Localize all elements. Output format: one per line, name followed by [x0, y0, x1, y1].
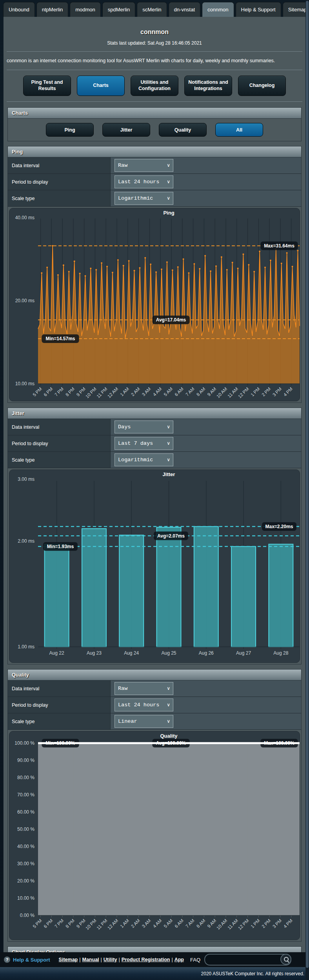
- ping-data-interval-select[interactable]: Raw∨: [115, 159, 173, 172]
- svg-text:3 AM: 3 AM: [141, 918, 152, 929]
- form-row: Scale type Linear∨: [8, 713, 301, 730]
- search-button[interactable]: [280, 954, 291, 965]
- tab-sitemap[interactable]: Sitemap: [283, 2, 309, 17]
- jitter-chart-panel: Jitter3.00 ms2.00 ms1.00 msMax=2.20msAvg…: [9, 469, 300, 663]
- tab-dn-vnstat[interactable]: dn-vnstat: [169, 2, 200, 17]
- svg-text:12 PM: 12 PM: [237, 918, 250, 931]
- ping-scale-select[interactable]: Logarithmic∨: [115, 192, 173, 205]
- tab-connmon[interactable]: connmon: [202, 2, 234, 17]
- footer-links: Sitemap|Manual|Utility|Product Registrat…: [59, 957, 184, 962]
- stats-updated-text: Stats last updated: Sat Aug 28 16:46:05 …: [4, 36, 305, 46]
- ping-chart[interactable]: Ping40.00 ms20.00 ms10.00 msMax=31.64msA…: [9, 208, 302, 399]
- svg-text:Avg=17.04ms: Avg=17.04ms: [156, 317, 186, 323]
- changelog-button[interactable]: Changelog: [238, 76, 286, 96]
- tab-scmerlin[interactable]: scMerlin: [137, 2, 167, 17]
- app-link[interactable]: App: [174, 957, 184, 962]
- jitter-period-select[interactable]: Last 7 days∨: [115, 437, 173, 450]
- tab-modmon[interactable]: modmon: [70, 2, 101, 17]
- chevron-down-icon: ∨: [167, 162, 170, 168]
- svg-text:5 AM: 5 AM: [163, 386, 173, 397]
- filter-quality-button[interactable]: Quality: [159, 123, 207, 137]
- svg-text:Aug 25: Aug 25: [161, 650, 176, 656]
- ping-test-results-button[interactable]: Ping Test and Results: [23, 76, 71, 96]
- ping-section: Ping Data interval Raw∨ Period to displa…: [7, 146, 302, 403]
- svg-text:40.00 ms: 40.00 ms: [15, 215, 35, 220]
- page-background: Unbound ntpMerlin modmon spdMerlin scMer…: [0, 0, 309, 980]
- divider: [7, 51, 302, 52]
- tab-ntpmerlin[interactable]: ntpMerlin: [36, 2, 68, 17]
- search-icon: [284, 957, 289, 962]
- filter-ping-button[interactable]: Ping: [46, 123, 94, 137]
- quality-chart-panel: Quality0.00 %10.00 %20.00 %30.00 %40.00 …: [9, 731, 300, 940]
- notifications-integrations-button[interactable]: Notifications and Integrations: [184, 76, 232, 96]
- ping-chart-panel: Ping40.00 ms20.00 ms10.00 msMax=31.64msA…: [9, 208, 300, 401]
- tab-unbound[interactable]: Unbound: [3, 2, 35, 17]
- utility-link[interactable]: Utility: [104, 957, 117, 962]
- filter-all-button[interactable]: All: [215, 123, 263, 137]
- svg-text:3.00 ms: 3.00 ms: [18, 476, 35, 482]
- svg-text:10 PM: 10 PM: [85, 918, 97, 931]
- form-row: Data interval Raw∨: [8, 680, 301, 697]
- charts-button[interactable]: Charts: [77, 76, 125, 96]
- jitter-data-interval-select[interactable]: Days∨: [115, 421, 173, 433]
- svg-text:Aug 23: Aug 23: [87, 650, 102, 656]
- svg-text:7 PM: 7 PM: [54, 918, 64, 929]
- svg-text:100.00 %: 100.00 %: [15, 740, 35, 746]
- svg-text:4 AM: 4 AM: [152, 918, 163, 929]
- quality-scale-select[interactable]: Linear∨: [115, 715, 173, 728]
- product-registration-link[interactable]: Product Registration: [122, 957, 170, 962]
- sitemap-link[interactable]: Sitemap: [59, 957, 78, 962]
- filter-jitter-button[interactable]: Jitter: [102, 123, 150, 137]
- jitter-period-label: Period to display: [8, 435, 111, 451]
- svg-text:3 PM: 3 PM: [272, 386, 282, 397]
- svg-text:80.00 %: 80.00 %: [17, 775, 35, 780]
- svg-text:2 PM: 2 PM: [261, 386, 271, 397]
- chart-filter-buttons: Ping Jitter Quality All: [8, 119, 301, 141]
- svg-text:4 PM: 4 PM: [283, 918, 293, 929]
- svg-text:20.00 ms: 20.00 ms: [15, 298, 35, 303]
- manual-link[interactable]: Manual: [82, 957, 99, 962]
- svg-text:2 PM: 2 PM: [261, 918, 271, 929]
- svg-text:0.00 %: 0.00 %: [20, 913, 35, 918]
- svg-text:7 AM: 7 AM: [185, 386, 195, 397]
- tab-help-support[interactable]: Help & Support: [236, 2, 281, 17]
- quality-chart[interactable]: Quality0.00 %10.00 %20.00 %30.00 %40.00 …: [9, 731, 302, 938]
- svg-text:Avg=2.07ms: Avg=2.07ms: [157, 533, 185, 539]
- faq-search-input[interactable]: [204, 954, 291, 966]
- charts-section: Charts Ping Jitter Quality All: [7, 107, 302, 141]
- ping-section-header: Ping: [8, 146, 301, 157]
- svg-text:Quality: Quality: [160, 733, 178, 739]
- svg-text:12 AM: 12 AM: [107, 386, 119, 399]
- scrollbar-thumb[interactable]: [306, 1, 309, 968]
- help-support-link[interactable]: Help & Support: [13, 957, 50, 963]
- form-row: Scale type Logarithmic∨: [8, 452, 301, 468]
- svg-text:60.00 %: 60.00 %: [17, 809, 35, 815]
- svg-text:Aug 22: Aug 22: [49, 650, 64, 656]
- faq-label: FAQ: [190, 957, 200, 963]
- connmon-page: connmon Stats last updated: Sat Aug 28 1…: [3, 17, 306, 980]
- svg-text:10.00 %: 10.00 %: [17, 895, 35, 901]
- svg-text:10.00 ms: 10.00 ms: [15, 381, 35, 386]
- tab-spdmerlin[interactable]: spdMerlin: [102, 2, 135, 17]
- ping-period-select[interactable]: Last 24 hours∨: [115, 175, 173, 188]
- svg-text:10 AM: 10 AM: [216, 918, 228, 931]
- svg-text:11 AM: 11 AM: [227, 386, 239, 399]
- svg-text:7 PM: 7 PM: [54, 386, 64, 397]
- form-row: Scale type Logarithmic∨: [8, 190, 301, 207]
- jitter-data-interval-label: Data interval: [8, 419, 111, 435]
- page-scrollbar[interactable]: [305, 0, 309, 980]
- chevron-down-icon: ∨: [167, 179, 170, 184]
- svg-text:1.00 ms: 1.00 ms: [18, 644, 35, 650]
- quality-section-header: Quality: [8, 670, 301, 680]
- svg-text:2 AM: 2 AM: [130, 918, 141, 929]
- jitter-chart[interactable]: Jitter3.00 ms2.00 ms1.00 msMax=2.20msAvg…: [9, 470, 302, 661]
- jitter-scale-select[interactable]: Logarithmic∨: [115, 453, 173, 466]
- ping-period-label: Period to display: [8, 174, 111, 190]
- svg-text:Jitter: Jitter: [163, 471, 175, 477]
- quality-period-select[interactable]: Last 24 hours∨: [115, 698, 173, 711]
- bottom-strip: 2020 ASUSTeK Computer Inc. All rights re…: [0, 967, 309, 980]
- help-question-icon: ?: [4, 957, 10, 963]
- jitter-scale-label: Scale type: [8, 452, 111, 468]
- quality-data-interval-select[interactable]: Raw∨: [115, 682, 173, 695]
- utilities-configuration-button[interactable]: Utilities and Configuration: [131, 76, 178, 96]
